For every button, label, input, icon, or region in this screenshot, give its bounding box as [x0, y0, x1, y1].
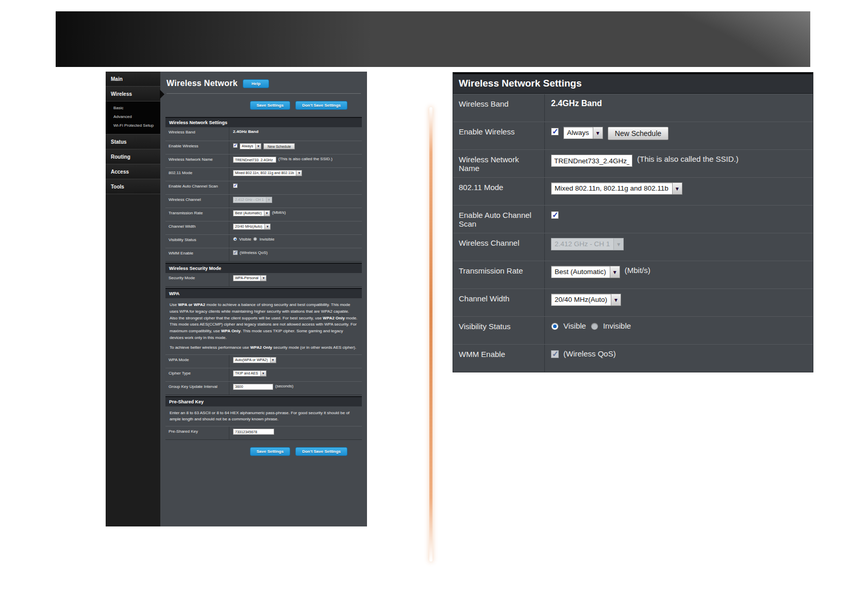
channel-width-row: Channel Width 20/40 MHz(Auto) ▼ [165, 221, 362, 234]
wireless-band-row: Wireless Band 2.4GHz Band [165, 127, 362, 141]
psk-description: Enter an 8 to 63 ASCII or 8 to 64 HEX al… [165, 406, 362, 427]
dropdown-arrow-icon: ▼ [255, 144, 261, 149]
enable-wireless-checkbox[interactable] [233, 143, 238, 148]
transmission-rate-dropdown[interactable]: Best (Automatic) ▼ [551, 266, 620, 278]
dropdown-arrow-icon: ▼ [593, 127, 603, 139]
section-header-network-settings: Wireless Network Settings [165, 117, 362, 127]
page: Main Wireless Basic Advanced Wi-Fi Prote… [0, 0, 868, 613]
sidebar-item-main[interactable]: Main [106, 72, 160, 87]
wireless-band-value: 2.4GHz Band [551, 99, 602, 108]
page-title: Wireless Network [166, 79, 238, 88]
rate-unit: (Mbit/s) [625, 266, 650, 275]
dropdown-arrow-icon: ▼ [260, 276, 266, 281]
wpa-mode-dropdown[interactable]: Auto(WPA or WPA2) ▼ [233, 357, 276, 363]
cipher-type-dropdown[interactable]: TKIP and AES ▼ [233, 370, 266, 377]
dropdown-arrow-icon: ▼ [611, 294, 621, 305]
wmm-note: (Wireless QoS) [563, 349, 616, 358]
dropdown-arrow-icon: ▼ [260, 371, 266, 376]
visible-radio[interactable] [551, 322, 559, 330]
psk-input[interactable] [233, 429, 274, 435]
dropdown-arrow-icon: ▼ [270, 357, 276, 363]
visibility-status-row: Visibility Status Visible Invisible [453, 316, 813, 344]
sidebar-item-access[interactable]: Access [106, 164, 160, 179]
network-name-row: Wireless Network Name (This is also call… [453, 149, 813, 177]
wmm-enable-row: WMM Enable (Wireless QoS) [165, 248, 362, 261]
dropdown-arrow-icon: ▼ [613, 239, 623, 250]
save-settings-button-top[interactable]: Save Settings [250, 101, 290, 110]
schedule-dropdown[interactable]: Always ▼ [240, 143, 261, 149]
80211-mode-row: 802.11 Mode Mixed 802.11n, 802.11g and 8… [453, 177, 813, 205]
wmm-enable-checkbox[interactable] [233, 250, 238, 255]
title-divider [166, 93, 361, 94]
wpa-performance-note: To achieve better wireless performance u… [165, 345, 362, 354]
sidebar-item-advanced[interactable]: Advanced [106, 112, 160, 121]
channel-width-dropdown[interactable]: 20/40 MHz(Auto) ▼ [551, 294, 621, 306]
dont-save-settings-button-bottom[interactable]: Don't Save Settings [295, 447, 347, 456]
80211-mode-dropdown[interactable]: Mixed 802.11n, 802.11g and 802.11b ▼ [551, 182, 682, 195]
sidebar: Main Wireless Basic Advanced Wi-Fi Prote… [106, 72, 160, 526]
visibility-status-row: Visibility Status Visible Invisible [165, 234, 362, 248]
auto-channel-scan-row: Enable Auto Channel Scan [165, 181, 362, 194]
enable-wireless-row: Enable Wireless Always ▼ New Schedule [453, 122, 813, 149]
wireless-band-row: Wireless Band 2.4GHz Band [453, 94, 813, 122]
channel-width-row: Channel Width 20/40 MHz(Auto) ▼ [453, 288, 813, 316]
sidebar-item-wifi-protected-setup[interactable]: Wi-Fi Protected Setup [106, 121, 160, 130]
wmm-enable-checkbox[interactable] [551, 350, 559, 358]
sidebar-item-basic[interactable]: Basic [106, 104, 160, 112]
wpa-table: Use WPA or WPA2 mode to achieve a balanc… [165, 298, 362, 395]
network-settings-table: Wireless Band 2.4GHz Band Enable Wireles… [165, 127, 362, 262]
wireless-channel-dropdown: 2.412 GHz - CH 1 ▼ [233, 197, 272, 203]
new-schedule-button[interactable]: New Schedule [263, 143, 295, 149]
channel-width-dropdown[interactable]: 20/40 MHz(Auto) ▼ [233, 224, 271, 230]
enable-wireless-checkbox[interactable] [551, 128, 559, 135]
sidebar-item-status[interactable]: Status [106, 134, 160, 149]
80211-mode-row: 802.11 Mode Mixed 802.11n, 802.11g and 8… [165, 167, 362, 181]
group-key-row: Group Key Update Interval (seconds) [165, 381, 362, 395]
security-mode-dropdown[interactable]: WPA-Personal ▼ [233, 275, 266, 281]
psk-row: Pre-Shared Key [165, 426, 362, 439]
invisible-radio[interactable] [591, 322, 598, 330]
main-content: Wireless Network Help Save Settings Don'… [160, 72, 367, 526]
schedule-dropdown[interactable]: Always ▼ [563, 127, 603, 139]
group-key-input[interactable] [233, 384, 273, 390]
wireless-channel-row: Wireless Channel 2.412 GHz - CH 1 ▼ [453, 233, 813, 261]
transmission-rate-row: Transmission Rate Best (Automatic) ▼ (Mb… [453, 261, 813, 288]
invisible-radio[interactable] [253, 237, 257, 241]
ssid-input[interactable] [233, 157, 276, 163]
page-fold-divider [429, 107, 432, 561]
sidebar-item-routing[interactable]: Routing [106, 149, 160, 164]
network-name-row: Wireless Network Name (This is also call… [165, 154, 362, 167]
auto-channel-scan-checkbox[interactable] [233, 183, 238, 188]
router-admin-window: Main Wireless Basic Advanced Wi-Fi Prote… [106, 72, 367, 526]
wireless-channel-row: Wireless Channel 2.412 GHz - CH 1 ▼ [165, 194, 362, 208]
wmm-enable-row: WMM Enable (Wireless QoS) [453, 344, 813, 372]
dont-save-settings-button-top[interactable]: Don't Save Settings [295, 101, 347, 110]
auto-channel-scan-checkbox[interactable] [551, 211, 559, 219]
dropdown-arrow-icon: ▼ [264, 211, 270, 216]
section-header-security-mode: Wireless Security Mode [165, 263, 362, 273]
ssid-note: (This is also called the SSID.) [637, 155, 739, 163]
dropdown-arrow-icon: ▼ [266, 197, 272, 202]
wireless-band-value: 2.4GHz Band [233, 129, 258, 134]
help-button[interactable]: Help [243, 79, 269, 88]
80211-mode-dropdown[interactable]: Mixed 802.11n, 802.11g and 802.11b ▼ [233, 170, 302, 176]
enable-wireless-row: Enable Wireless Always ▼ New Schedule [165, 141, 362, 154]
ssid-note: (This is also called the SSID.) [278, 157, 332, 161]
save-settings-button-bottom[interactable]: Save Settings [250, 447, 290, 456]
new-schedule-button[interactable]: New Schedule [608, 127, 669, 140]
sidebar-item-wireless[interactable]: Wireless [106, 87, 160, 101]
rate-unit: (Mbit/s) [272, 210, 286, 215]
transmission-rate-dropdown[interactable]: Best (Automatic) ▼ [233, 210, 270, 216]
ssid-input[interactable] [551, 155, 632, 167]
zoom-panel-header: Wireless Network Settings [453, 73, 813, 94]
transmission-rate-row: Transmission Rate Best (Automatic) ▼ (Mb… [165, 208, 362, 221]
visible-radio[interactable] [233, 237, 237, 241]
sidebar-wireless-submenu: Basic Advanced Wi-Fi Protected Setup [106, 101, 160, 134]
brand-banner [56, 11, 810, 67]
cipher-type-row: Cipher Type TKIP and AES ▼ [165, 368, 362, 381]
section-header-psk: Pre-Shared Key [165, 396, 362, 406]
wmm-note: (Wireless QoS) [240, 250, 268, 255]
zoomed-settings-panel: Wireless Network Settings Wireless Band … [453, 72, 813, 372]
dropdown-arrow-icon: ▼ [610, 266, 620, 278]
sidebar-item-tools[interactable]: Tools [106, 179, 160, 194]
